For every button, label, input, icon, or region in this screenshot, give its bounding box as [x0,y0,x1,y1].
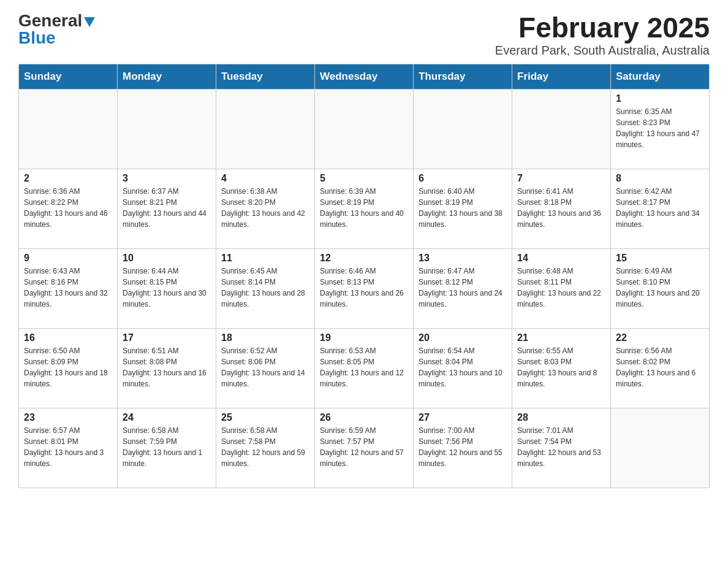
day-number: 12 [320,253,408,264]
weekday-header-tuesday: Tuesday [216,64,315,89]
day-number: 21 [517,332,605,343]
title-block: February 2025 Everard Park, South Austra… [495,12,710,58]
day-number: 25 [221,412,309,423]
calendar-cell [19,89,118,169]
day-info: Sunrise: 6:49 AM Sunset: 8:10 PM Dayligh… [616,266,704,310]
day-number: 7 [517,173,605,184]
calendar-cell: 18Sunrise: 6:52 AM Sunset: 8:06 PM Dayli… [216,328,315,408]
calendar-cell: 26Sunrise: 6:59 AM Sunset: 7:57 PM Dayli… [315,408,414,488]
day-info: Sunrise: 6:41 AM Sunset: 8:18 PM Dayligh… [517,186,605,230]
day-info: Sunrise: 6:57 AM Sunset: 8:01 PM Dayligh… [24,425,112,469]
calendar-cell [611,408,710,488]
calendar-cell: 20Sunrise: 6:54 AM Sunset: 8:04 PM Dayli… [414,328,512,408]
day-info: Sunrise: 6:40 AM Sunset: 8:19 PM Dayligh… [419,186,507,230]
weekday-header-saturday: Saturday [611,64,710,89]
weekday-header-wednesday: Wednesday [315,64,414,89]
day-info: Sunrise: 7:01 AM Sunset: 7:54 PM Dayligh… [517,425,605,469]
day-info: Sunrise: 7:00 AM Sunset: 7:56 PM Dayligh… [419,425,507,469]
day-number: 19 [320,332,408,343]
calendar-cell: 8Sunrise: 6:42 AM Sunset: 8:17 PM Daylig… [611,169,710,248]
logo-text-blue: Blue [18,29,56,47]
weekday-header-sunday: Sunday [19,64,118,89]
day-info: Sunrise: 6:53 AM Sunset: 8:05 PM Dayligh… [320,345,408,389]
calendar-week-row: 9Sunrise: 6:43 AM Sunset: 8:16 PM Daylig… [19,248,710,328]
day-info: Sunrise: 6:50 AM Sunset: 8:09 PM Dayligh… [24,345,112,389]
day-info: Sunrise: 6:44 AM Sunset: 8:15 PM Dayligh… [123,266,211,310]
calendar-cell: 22Sunrise: 6:56 AM Sunset: 8:02 PM Dayli… [611,328,710,408]
day-number: 3 [123,173,211,184]
day-info: Sunrise: 6:59 AM Sunset: 7:57 PM Dayligh… [320,425,408,469]
day-info: Sunrise: 6:37 AM Sunset: 8:21 PM Dayligh… [123,186,211,230]
day-info: Sunrise: 6:36 AM Sunset: 8:22 PM Dayligh… [24,186,112,230]
day-number: 11 [221,253,309,264]
calendar-cell: 17Sunrise: 6:51 AM Sunset: 8:08 PM Dayli… [118,328,216,408]
calendar-week-row: 23Sunrise: 6:57 AM Sunset: 8:01 PM Dayli… [19,408,710,488]
day-number: 2 [24,173,112,184]
calendar-cell [512,89,611,169]
day-info: Sunrise: 6:54 AM Sunset: 8:04 PM Dayligh… [419,345,507,389]
weekday-header-thursday: Thursday [414,64,512,89]
day-number: 18 [221,332,309,343]
logo-triangle-icon [84,17,95,27]
calendar-cell: 6Sunrise: 6:40 AM Sunset: 8:19 PM Daylig… [414,169,512,248]
day-info: Sunrise: 6:43 AM Sunset: 8:16 PM Dayligh… [24,266,112,310]
day-number: 10 [123,253,211,264]
day-info: Sunrise: 6:58 AM Sunset: 7:58 PM Dayligh… [221,425,309,469]
day-info: Sunrise: 6:51 AM Sunset: 8:08 PM Dayligh… [123,345,211,389]
calendar-cell: 2Sunrise: 6:36 AM Sunset: 8:22 PM Daylig… [19,169,118,248]
day-number: 4 [221,173,309,184]
day-number: 13 [419,253,507,264]
day-number: 26 [320,412,408,423]
calendar-cell: 14Sunrise: 6:48 AM Sunset: 8:11 PM Dayli… [512,248,611,328]
calendar-cell: 19Sunrise: 6:53 AM Sunset: 8:05 PM Dayli… [315,328,414,408]
day-number: 16 [24,332,112,343]
day-number: 23 [24,412,112,423]
day-number: 28 [517,412,605,423]
calendar-cell: 4Sunrise: 6:38 AM Sunset: 8:20 PM Daylig… [216,169,315,248]
day-number: 8 [616,173,704,184]
calendar-week-row: 2Sunrise: 6:36 AM Sunset: 8:22 PM Daylig… [19,169,710,248]
calendar-cell: 1Sunrise: 6:35 AM Sunset: 8:23 PM Daylig… [611,89,710,169]
calendar-cell [315,89,414,169]
day-info: Sunrise: 6:39 AM Sunset: 8:19 PM Dayligh… [320,186,408,230]
calendar-cell: 13Sunrise: 6:47 AM Sunset: 8:12 PM Dayli… [414,248,512,328]
calendar-cell: 7Sunrise: 6:41 AM Sunset: 8:18 PM Daylig… [512,169,611,248]
day-number: 14 [517,253,605,264]
calendar-cell [216,89,315,169]
day-number: 9 [24,253,112,264]
calendar-cell: 3Sunrise: 6:37 AM Sunset: 8:21 PM Daylig… [118,169,216,248]
calendar-cell: 10Sunrise: 6:44 AM Sunset: 8:15 PM Dayli… [118,248,216,328]
day-number: 20 [419,332,507,343]
calendar-cell: 24Sunrise: 6:58 AM Sunset: 7:59 PM Dayli… [118,408,216,488]
calendar-cell: 5Sunrise: 6:39 AM Sunset: 8:19 PM Daylig… [315,169,414,248]
location-subtitle: Everard Park, South Australia, Australia [495,44,710,58]
month-year-title: February 2025 [495,12,710,44]
calendar-cell: 12Sunrise: 6:46 AM Sunset: 8:13 PM Dayli… [315,248,414,328]
day-number: 6 [419,173,507,184]
weekday-header-monday: Monday [118,64,216,89]
day-info: Sunrise: 6:35 AM Sunset: 8:23 PM Dayligh… [616,106,704,150]
calendar-cell: 11Sunrise: 6:45 AM Sunset: 8:14 PM Dayli… [216,248,315,328]
day-info: Sunrise: 6:45 AM Sunset: 8:14 PM Dayligh… [221,266,309,310]
day-number: 1 [616,93,704,104]
day-info: Sunrise: 6:56 AM Sunset: 8:02 PM Dayligh… [616,345,704,389]
day-info: Sunrise: 6:47 AM Sunset: 8:12 PM Dayligh… [419,266,507,310]
day-info: Sunrise: 6:48 AM Sunset: 8:11 PM Dayligh… [517,266,605,310]
day-info: Sunrise: 6:42 AM Sunset: 8:17 PM Dayligh… [616,186,704,230]
calendar-cell: 28Sunrise: 7:01 AM Sunset: 7:54 PM Dayli… [512,408,611,488]
day-number: 15 [616,253,704,264]
calendar-header-row: SundayMondayTuesdayWednesdayThursdayFrid… [19,64,710,89]
page-header: General Blue February 2025 Everard Park,… [18,12,710,58]
calendar-cell: 16Sunrise: 6:50 AM Sunset: 8:09 PM Dayli… [19,328,118,408]
calendar-cell: 23Sunrise: 6:57 AM Sunset: 8:01 PM Dayli… [19,408,118,488]
svg-marker-0 [84,17,95,27]
calendar-cell: 21Sunrise: 6:55 AM Sunset: 8:03 PM Dayli… [512,328,611,408]
day-number: 17 [123,332,211,343]
day-number: 27 [419,412,507,423]
day-info: Sunrise: 6:58 AM Sunset: 7:59 PM Dayligh… [123,425,211,469]
calendar-cell [414,89,512,169]
logo-text-general: General [18,12,82,29]
calendar-cell [118,89,216,169]
calendar-table: SundayMondayTuesdayWednesdayThursdayFrid… [18,64,710,488]
day-number: 5 [320,173,408,184]
